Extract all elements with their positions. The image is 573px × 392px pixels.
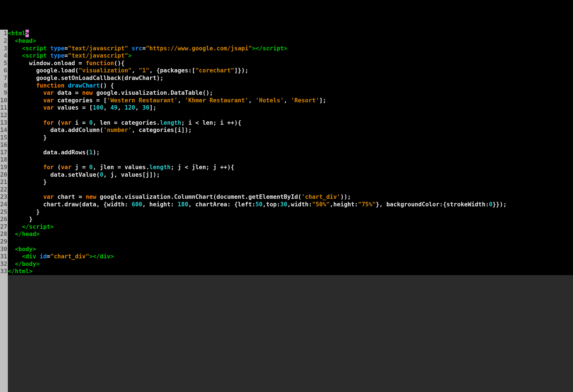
code-content[interactable]: } — [8, 216, 573, 223]
code-line[interactable]: 16 — [0, 141, 573, 149]
code-line[interactable]: 33</html> — [0, 268, 573, 275]
line-number: 33 — [0, 268, 8, 275]
line-number: 10 — [0, 97, 8, 104]
code-line[interactable]: 26 } — [0, 216, 573, 223]
code-line[interactable]: 1<html> — [0, 30, 573, 37]
line-number: 22 — [0, 186, 8, 193]
code-content[interactable]: var data = new google.visualization.Data… — [8, 89, 573, 97]
code-line[interactable]: 24 chart.draw(data, {width: 600, height:… — [0, 201, 573, 208]
code-line[interactable]: 6 google.load("visualization", "1", {pac… — [0, 67, 573, 74]
line-number: 20 — [0, 171, 8, 179]
line-number: 25 — [0, 208, 8, 216]
line-number: 19 — [0, 164, 8, 171]
code-line[interactable]: 14 data.addColumn('number', categories[i… — [0, 126, 573, 134]
line-number: 15 — [0, 134, 8, 141]
line-number: 24 — [0, 201, 8, 208]
code-content[interactable]: var chart = new google.visualization.Col… — [8, 193, 573, 201]
code-line[interactable]: 31 <div id="chart_div"></div> — [0, 253, 573, 260]
line-number: 18 — [0, 156, 8, 164]
code-content[interactable]: <script type="text/javascript" src="http… — [8, 45, 573, 52]
code-line[interactable]: 25 } — [0, 208, 573, 216]
code-content[interactable]: </html> — [8, 268, 573, 275]
code-line[interactable]: 13 for (var i = 0, len = categories.leng… — [0, 119, 573, 127]
code-line[interactable]: 11 var values = [100, 49, 120, 30]; — [0, 104, 573, 112]
code-content[interactable]: var values = [100, 49, 120, 30]; — [8, 104, 573, 112]
code-content[interactable]: } — [8, 134, 573, 141]
code-line[interactable]: 12 — [0, 112, 573, 119]
code-content[interactable]: <html> — [8, 30, 573, 37]
code-line[interactable]: 23 var chart = new google.visualization.… — [0, 193, 573, 201]
line-number: 6 — [0, 67, 8, 74]
code-content[interactable]: </script> — [8, 223, 573, 231]
code-content[interactable]: <script type="text/javascript"> — [8, 52, 573, 60]
code-content[interactable]: </body> — [8, 260, 573, 268]
code-content[interactable] — [8, 156, 573, 164]
code-editor[interactable]: 1<html>2 <head>3 <script type="text/java… — [0, 30, 573, 392]
line-number: 8 — [0, 82, 8, 89]
line-number: 2 — [0, 37, 8, 45]
code-content[interactable]: for (var j = 0, jlen = values.length; j … — [8, 164, 573, 171]
code-content[interactable]: <div id="chart_div"></div> — [8, 253, 573, 260]
code-line[interactable]: 17 data.addRows(1); — [0, 149, 573, 156]
code-line[interactable]: 15 } — [0, 134, 573, 141]
editor-empty-area[interactable] — [8, 275, 573, 392]
code-line[interactable]: 10 var categories = ['Western Restaurant… — [0, 97, 573, 104]
line-number: 30 — [0, 245, 8, 253]
code-line[interactable]: 9 var data = new google.visualization.Da… — [0, 89, 573, 97]
code-line[interactable]: 18 — [0, 156, 573, 164]
line-number: 31 — [0, 253, 8, 260]
code-content[interactable]: } — [8, 208, 573, 216]
code-line[interactable]: 29 — [0, 238, 573, 245]
code-content[interactable]: <body> — [8, 245, 573, 253]
line-number: 13 — [0, 119, 8, 127]
line-number: 21 — [0, 178, 8, 186]
code-content[interactable] — [8, 186, 573, 193]
code-line[interactable]: 3 <script type="text/javascript" src="ht… — [0, 45, 573, 52]
code-line[interactable]: 32 </body> — [0, 260, 573, 268]
code-content[interactable]: google.setOnLoadCallback(drawChart); — [8, 74, 573, 82]
line-number: 5 — [0, 60, 8, 67]
code-content[interactable]: var categories = ['Western Restaurant', … — [8, 97, 573, 104]
code-content[interactable]: window.onload = function(){ — [8, 60, 573, 67]
line-number: 14 — [0, 126, 8, 134]
line-number: 27 — [0, 223, 8, 231]
code-content[interactable]: data.addColumn('number', categories[i]); — [8, 126, 573, 134]
code-content[interactable] — [8, 238, 573, 245]
code-line[interactable]: 4 <script type="text/javascript"> — [0, 52, 573, 60]
code-content[interactable]: function drawChart() { — [8, 82, 573, 89]
code-line[interactable]: 28 </head> — [0, 230, 573, 238]
line-number: 12 — [0, 112, 8, 119]
line-number: 23 — [0, 193, 8, 201]
code-line[interactable]: 5 window.onload = function(){ — [0, 60, 573, 67]
code-content[interactable]: } — [8, 178, 573, 186]
line-number: 28 — [0, 230, 8, 238]
code-line[interactable]: 20 data.setValue(0, j, values[j]); — [0, 171, 573, 179]
line-number: 3 — [0, 45, 8, 52]
line-number: 32 — [0, 260, 8, 268]
code-content[interactable] — [8, 141, 573, 149]
gutter-empty — [0, 275, 8, 392]
code-content[interactable]: data.addRows(1); — [8, 149, 573, 156]
code-line[interactable]: 22 — [0, 186, 573, 193]
code-line[interactable]: 19 for (var j = 0, jlen = values.length;… — [0, 164, 573, 171]
code-line[interactable]: 2 <head> — [0, 37, 573, 45]
code-line[interactable]: 30 <body> — [0, 245, 573, 253]
line-number: 16 — [0, 141, 8, 149]
code-line[interactable]: 27 </script> — [0, 223, 573, 231]
code-line[interactable]: 8 function drawChart() { — [0, 82, 573, 89]
line-number: 4 — [0, 52, 8, 60]
code-content[interactable]: google.load("visualization", "1", {packa… — [8, 67, 573, 74]
code-content[interactable]: chart.draw(data, {width: 600, height: 18… — [8, 201, 573, 208]
code-content[interactable]: data.setValue(0, j, values[j]); — [8, 171, 573, 179]
line-number: 1 — [0, 30, 8, 37]
code-content[interactable] — [8, 112, 573, 119]
line-number: 26 — [0, 216, 8, 223]
code-content[interactable]: <head> — [8, 37, 573, 45]
code-content[interactable]: </head> — [8, 230, 573, 238]
code-line[interactable]: 7 google.setOnLoadCallback(drawChart); — [0, 74, 573, 82]
line-number: 9 — [0, 89, 8, 97]
code-content[interactable]: for (var i = 0, len = categories.length;… — [8, 119, 573, 127]
code-line[interactable]: 21 } — [0, 178, 573, 186]
line-number: 11 — [0, 104, 8, 112]
line-number: 29 — [0, 238, 8, 245]
